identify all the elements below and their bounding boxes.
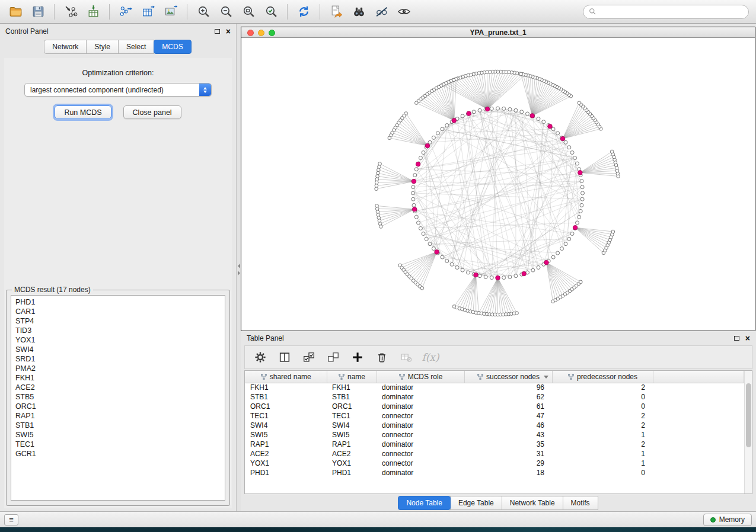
table-row[interactable]: PHD1PHD1dominator180 bbox=[245, 468, 744, 477]
network-graph[interactable] bbox=[241, 38, 755, 331]
mcds-result-item[interactable]: STB5 bbox=[11, 392, 225, 402]
table-cell[interactable]: 62 bbox=[464, 392, 552, 402]
mcds-result-item[interactable]: GCR1 bbox=[11, 449, 225, 459]
table-cell[interactable]: YOX1 bbox=[327, 459, 377, 468]
table-cell[interactable]: connector bbox=[377, 459, 464, 468]
panel-splitter[interactable] bbox=[237, 24, 241, 511]
tab-edge-table[interactable]: Edge Table bbox=[450, 496, 502, 510]
float-table-panel-icon[interactable] bbox=[734, 336, 739, 341]
table-cell[interactable]: 2 bbox=[552, 421, 653, 430]
table-cell[interactable]: 18 bbox=[464, 468, 552, 477]
table-cell[interactable]: PHD1 bbox=[245, 468, 327, 477]
tab-select[interactable]: Select bbox=[118, 40, 154, 54]
table-cell[interactable]: ACE2 bbox=[327, 449, 377, 459]
zoom-out-button[interactable] bbox=[215, 2, 237, 21]
run-mcds-button[interactable]: Run MCDS bbox=[55, 105, 111, 119]
mcds-result-item[interactable]: TEC1 bbox=[11, 440, 225, 449]
close-window-icon[interactable] bbox=[247, 30, 254, 36]
table-cell[interactable]: 0 bbox=[552, 468, 653, 477]
refresh-view-button[interactable] bbox=[293, 2, 314, 21]
table-cell[interactable]: 43 bbox=[464, 430, 552, 440]
select-all-button[interactable] bbox=[301, 350, 317, 365]
table-row[interactable]: RAP1RAP1dominator352 bbox=[245, 440, 744, 449]
deselect-all-button[interactable] bbox=[326, 350, 341, 365]
table-cell[interactable]: 0 bbox=[552, 402, 653, 411]
tab-mcds[interactable]: MCDS bbox=[154, 40, 191, 54]
table-row[interactable]: ORC1ORC1dominator610 bbox=[245, 402, 744, 411]
search-binoculars-button[interactable] bbox=[348, 2, 369, 21]
float-panel-icon[interactable] bbox=[215, 29, 220, 34]
add-column-button[interactable] bbox=[350, 350, 365, 365]
table-cell[interactable]: connector bbox=[377, 449, 464, 459]
delete-column-button[interactable] bbox=[374, 350, 390, 365]
close-table-panel-icon[interactable]: × bbox=[745, 334, 750, 342]
table-row[interactable]: SWI4SWI4dominator462 bbox=[245, 421, 744, 430]
table-cell[interactable]: PHD1 bbox=[327, 468, 377, 477]
toggle-graphics-details-button[interactable] bbox=[371, 2, 392, 21]
table-cell[interactable]: SWI4 bbox=[327, 421, 377, 430]
close-panel-button[interactable]: Close panel bbox=[123, 105, 181, 119]
mcds-result-item[interactable]: PMA2 bbox=[11, 364, 225, 373]
table-scrollbar[interactable] bbox=[744, 371, 752, 493]
table-cell[interactable]: 31 bbox=[464, 449, 552, 459]
maximize-window-icon[interactable] bbox=[269, 30, 275, 36]
table-cell[interactable]: 0 bbox=[552, 392, 653, 402]
table-cell[interactable]: SWI5 bbox=[327, 430, 377, 440]
table-cell[interactable]: 29 bbox=[464, 459, 552, 468]
mcds-result-item[interactable]: ACE2 bbox=[11, 383, 225, 392]
table-cell[interactable]: TEC1 bbox=[327, 411, 377, 421]
zoom-selected-button[interactable] bbox=[260, 2, 282, 21]
table-cell[interactable]: 1 bbox=[552, 459, 653, 468]
mcds-result-item[interactable]: YOX1 bbox=[11, 335, 225, 345]
mcds-result-item[interactable]: SWI5 bbox=[11, 430, 225, 440]
table-cell[interactable]: dominator bbox=[377, 468, 464, 477]
table-cell[interactable]: 61 bbox=[464, 402, 552, 411]
table-cell[interactable]: RAP1 bbox=[327, 440, 377, 449]
import-network-button[interactable] bbox=[60, 2, 81, 21]
table-row[interactable]: STB1STB1dominator620 bbox=[245, 392, 744, 402]
table-cell[interactable]: SWI5 bbox=[245, 430, 327, 440]
tab-motifs[interactable]: Motifs bbox=[563, 496, 598, 510]
scrollbar-thumb[interactable] bbox=[746, 383, 751, 447]
import-table-button[interactable] bbox=[82, 2, 104, 21]
table-cell[interactable]: TEC1 bbox=[245, 411, 327, 421]
minimize-window-icon[interactable] bbox=[258, 30, 264, 36]
share-document-button[interactable] bbox=[326, 2, 347, 21]
mcds-result-item[interactable]: FKH1 bbox=[11, 373, 225, 383]
mcds-result-item[interactable]: ORC1 bbox=[11, 402, 225, 411]
mcds-result-item[interactable]: CAR1 bbox=[11, 307, 225, 316]
table-cell[interactable]: RAP1 bbox=[245, 440, 327, 449]
table-cell[interactable]: 2 bbox=[552, 411, 653, 421]
network-window-titlebar[interactable]: YPA_prune.txt_1 bbox=[241, 27, 755, 38]
table-row[interactable]: TEC1TEC1connector472 bbox=[245, 411, 744, 421]
table-cell[interactable]: 46 bbox=[464, 421, 552, 430]
table-cell[interactable]: ORC1 bbox=[245, 402, 327, 411]
table-cell[interactable]: STB1 bbox=[245, 392, 327, 402]
mcds-result-item[interactable]: RAP1 bbox=[11, 411, 225, 421]
mcds-result-item[interactable]: SWI4 bbox=[11, 345, 225, 354]
criterion-dropdown[interactable]: largest connected component (undirected) bbox=[24, 83, 212, 97]
table-row[interactable]: YOX1YOX1connector291 bbox=[245, 459, 744, 468]
table-cell[interactable]: dominator bbox=[377, 383, 464, 392]
table-cell[interactable]: 2 bbox=[552, 440, 653, 449]
column-header-predecessor-nodes[interactable]: predecessor nodes bbox=[552, 371, 653, 383]
column-header-name[interactable]: name bbox=[327, 371, 377, 383]
zoom-in-button[interactable] bbox=[193, 2, 214, 21]
save-session-button[interactable] bbox=[27, 2, 49, 21]
network-canvas-area[interactable] bbox=[241, 38, 755, 331]
table-cell[interactable]: 47 bbox=[464, 411, 552, 421]
table-cell[interactable]: 96 bbox=[464, 383, 552, 392]
column-header-successor-nodes[interactable]: successor nodes bbox=[464, 371, 552, 383]
table-cell[interactable]: connector bbox=[377, 430, 464, 440]
table-cell[interactable]: dominator bbox=[377, 392, 464, 402]
table-row[interactable]: ACE2ACE2connector311 bbox=[245, 449, 744, 459]
search-field[interactable] bbox=[583, 5, 749, 19]
column-header-shared-name[interactable]: shared name bbox=[245, 371, 327, 383]
table-cell[interactable]: 1 bbox=[552, 449, 653, 459]
mcds-result-item[interactable]: SRD1 bbox=[11, 354, 225, 364]
export-table-button[interactable] bbox=[138, 2, 159, 21]
close-panel-icon[interactable]: × bbox=[226, 27, 231, 36]
table-cell[interactable]: 1 bbox=[552, 430, 653, 440]
table-cell[interactable]: 2 bbox=[552, 383, 653, 392]
mcds-result-item[interactable]: TID3 bbox=[11, 326, 225, 335]
